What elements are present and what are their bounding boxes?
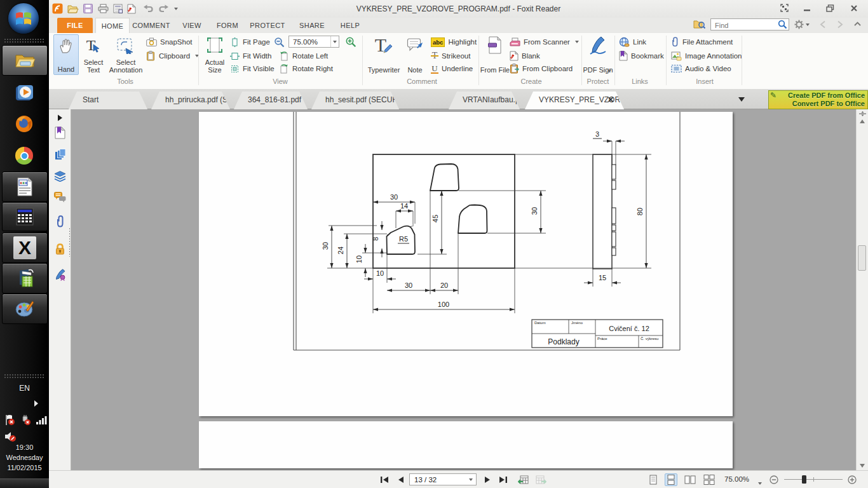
search-magnifier-icon[interactable] [778, 20, 787, 29]
tab-list-dropdown[interactable] [738, 97, 745, 102]
audio-video-button[interactable]: Audio & Video [671, 63, 731, 74]
close-button[interactable] [848, 3, 860, 13]
save-button[interactable] [82, 3, 93, 14]
power-plug-icon[interactable] [20, 414, 31, 426]
back-arrow-icon[interactable] [819, 20, 827, 29]
typewriter-button[interactable]: T Typewriter [367, 34, 400, 75]
fit-visible-button[interactable]: Fit Visible [230, 63, 275, 74]
taskbar-paint-button[interactable] [2, 294, 48, 324]
zoom-out-icon[interactable] [274, 37, 285, 48]
previous-page-button[interactable] [396, 474, 405, 485]
underline-button[interactable]: U Underline [431, 63, 473, 74]
title-bar[interactable]: VYKRESY_PRE_VZOROVE_PROGRAM.pdf - Foxit … [49, 0, 868, 18]
show-hidden-icons-arrow[interactable] [34, 400, 38, 407]
bookmarks-panel-icon[interactable] [53, 126, 67, 139]
previous-view-button[interactable] [517, 474, 529, 485]
taskbar-chrome-button[interactable] [2, 141, 46, 170]
tab-file[interactable]: FILE [57, 18, 93, 33]
layers-panel-icon[interactable] [53, 170, 67, 183]
find-options-button[interactable] [794, 20, 810, 29]
scroll-up-arrow[interactable] [860, 119, 865, 123]
zoom-level-combobox[interactable]: 75.00% [288, 36, 339, 48]
hand-tool-button[interactable]: Hand [53, 34, 79, 75]
taskbar-office-app-button[interactable] [2, 263, 48, 294]
tab-view[interactable]: VIEW [177, 18, 207, 33]
tab-close-icon[interactable]: ✕ [607, 92, 614, 109]
clock-time[interactable]: 19:30 [0, 444, 49, 451]
zoom-combo-arrow[interactable] [330, 36, 339, 47]
doc-tab-364-816-81[interactable]: 364_816-81.pdf [234, 92, 308, 109]
foxit-logo-icon[interactable] [51, 3, 64, 14]
attachments-panel-icon[interactable] [53, 215, 67, 228]
actual-size-button[interactable]: Actual Size [202, 34, 227, 75]
continuous-facing-view-button[interactable] [703, 473, 715, 486]
taskbar-firefox-button[interactable] [2, 109, 46, 139]
zoom-slider-plus[interactable] [847, 474, 857, 485]
panel-splitter-grip[interactable] [69, 227, 71, 257]
collapse-ribbon-button[interactable] [853, 21, 862, 28]
undo-button[interactable] [142, 3, 154, 14]
taskbar-x-app-button[interactable]: X [2, 233, 48, 263]
single-page-view-button[interactable] [647, 473, 660, 486]
print-button[interactable] [97, 3, 109, 14]
forward-arrow-icon[interactable] [836, 20, 844, 29]
redo-button[interactable] [157, 3, 170, 14]
from-file-button[interactable]: From File [483, 34, 507, 75]
taskbar-explorer-button[interactable] [2, 45, 48, 76]
statusbar-zoom-dropdown[interactable] [758, 478, 762, 487]
blank-button[interactable]: Blank [510, 50, 540, 62]
start-button[interactable] [8, 3, 39, 34]
file-attachment-button[interactable]: File Attachment [671, 36, 733, 48]
open-file-button[interactable] [67, 3, 79, 14]
taskbar-calculator-button[interactable] [2, 202, 48, 231]
doc-tab-vrtaniaufbau[interactable]: VRTANIaufbau.pdf [449, 92, 520, 109]
tab-protect[interactable]: PROTECT [248, 18, 287, 33]
tab-form[interactable]: FORM [212, 18, 243, 33]
pdf-page-14-partial[interactable] [199, 421, 733, 468]
from-clipboard-button[interactable]: From Clipboard [510, 63, 573, 74]
scroll-down-arrow[interactable] [860, 464, 865, 468]
network-signal-icon[interactable] [36, 415, 47, 425]
doc-tab-hh-sesit[interactable]: hh_sesit.pdf (SECURED) [311, 92, 399, 109]
expand-panel-arrow[interactable] [53, 111, 67, 125]
highlight-button[interactable]: abc Highlight [431, 36, 477, 48]
select-annotation-button[interactable]: Select Annotation [108, 34, 144, 75]
signature-panel-icon[interactable] [53, 268, 67, 281]
pdf-sign-button[interactable]: PDF Sign [585, 34, 611, 75]
clock-weekday[interactable]: Wednesday [0, 454, 49, 461]
next-view-button[interactable] [534, 474, 547, 485]
fullscreen-button[interactable] [778, 3, 790, 13]
vertical-scrollbar[interactable] [856, 109, 868, 470]
comments-panel-icon[interactable] [53, 191, 67, 204]
snapshot-button[interactable]: SnapShot [146, 36, 193, 48]
taskbar-mediaplayer-button[interactable] [2, 79, 46, 108]
doc-tab-vykresy-active[interactable]: VYKRESY_PRE_VZOROVE... ✕ [525, 92, 624, 109]
clipboard-button[interactable]: Clipboard [146, 50, 199, 62]
show-desktop-button[interactable] [0, 478, 49, 488]
document-area[interactable]: DatumJménoCvičení č. 12PodkladyPráceČ. v… [71, 109, 856, 470]
muted-speaker-icon[interactable] [4, 431, 17, 442]
fit-width-button[interactable]: Fit Width [230, 50, 271, 62]
tab-help[interactable]: HELP [336, 18, 365, 33]
language-indicator[interactable]: EN [0, 384, 49, 393]
zoom-slider-minus[interactable] [769, 474, 779, 485]
from-scanner-button[interactable]: From Scanner [510, 36, 579, 48]
minimize-button[interactable] [801, 3, 813, 13]
page-number-combobox[interactable]: 13 / 32 [409, 473, 477, 485]
restore-button[interactable] [824, 3, 836, 13]
tab-comment[interactable]: COMMENT [131, 18, 172, 33]
email-button[interactable] [112, 3, 123, 14]
link-button[interactable]: Link [619, 36, 646, 48]
split-view-handle[interactable] [859, 111, 866, 117]
find-input[interactable] [714, 20, 776, 30]
taskbar-document-app-button[interactable] [2, 172, 48, 202]
zoom-slider-thumb[interactable] [802, 475, 806, 484]
security-panel-icon[interactable] [53, 242, 67, 255]
create-pdf-office-badge[interactable]: ✎ Create PDF from Office Convert PDF to … [768, 90, 868, 109]
pdf-page-13[interactable]: DatumJménoCvičení č. 12PodkladyPráceČ. v… [199, 112, 733, 416]
tab-home[interactable]: HOME [95, 18, 130, 33]
action-center-flag-icon[interactable] [4, 414, 15, 426]
note-button[interactable]: Note [403, 34, 427, 75]
search-folder-icon[interactable] [693, 19, 705, 29]
doc-tab-hh-prirucka[interactable]: hh_prirucka.pdf (SECUR... [151, 92, 230, 109]
